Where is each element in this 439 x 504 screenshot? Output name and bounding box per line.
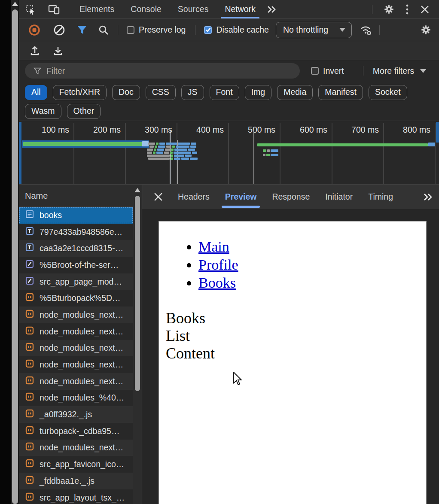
filter-placeholder: Filter — [46, 66, 65, 76]
request-row-node-modules-next[interactable]: node_modules_next… — [19, 307, 133, 323]
chip-doc[interactable]: Doc — [112, 85, 140, 100]
waterfall-bar — [176, 146, 189, 148]
request-row-node-modules-next[interactable]: node_modules_next… — [19, 340, 133, 357]
tab-sources[interactable]: Sources — [170, 0, 217, 18]
timeline-tick-label: 800 ms — [379, 125, 430, 135]
preview-body-line: Books — [166, 310, 426, 327]
clear-network-log-icon[interactable] — [53, 24, 65, 36]
request-row-node-modules-next[interactable]: node_modules_next… — [19, 356, 133, 373]
request-row-node-modules-next[interactable]: node_modules_next… — [19, 373, 133, 390]
scrollbar-thumb[interactable] — [12, 9, 18, 504]
request-name: %5Bturbopack%5D… — [40, 293, 121, 303]
chip-font[interactable]: Font — [210, 85, 239, 100]
request-row-a0ff3932-js[interactable]: _a0ff3932._.js — [19, 406, 133, 423]
request-row-caa3a2e1cccd8315[interactable]: caa3a2e1cccd8315-… — [19, 240, 133, 257]
request-row-797e433ab948586e[interactable]: 797e433ab948586e… — [19, 224, 133, 240]
preview-pane: MainProfileBooks BooksListContent — [142, 209, 439, 504]
request-row-turbopack-cdba95[interactable]: turbopack-_cdba95… — [19, 423, 133, 440]
detail-tab-response[interactable]: Response — [272, 185, 310, 209]
chip-wasm[interactable]: Wasm — [25, 104, 61, 119]
record-network-log-button[interactable] — [28, 24, 40, 36]
inspect-element-icon[interactable] — [25, 4, 36, 15]
close-icon[interactable] — [420, 5, 430, 14]
search-icon[interactable] — [98, 24, 109, 36]
scrollbar-up-arrow-icon[interactable] — [12, 2, 18, 6]
detail-tab-timing[interactable]: Timing — [368, 185, 393, 209]
stylesheet-icon — [25, 260, 34, 270]
preview-link-main[interactable]: Main — [198, 239, 229, 255]
request-row-src-app-layout-tsx[interactable]: src_app_layout_tsx_… — [19, 489, 133, 504]
waterfall-bar — [191, 143, 196, 145]
tab-console[interactable]: Console — [122, 0, 170, 18]
disable-cache-checkbox[interactable] — [204, 26, 212, 34]
chip-css[interactable]: CSS — [146, 85, 176, 100]
script-icon — [25, 476, 34, 486]
detail-tab-preview[interactable]: Preview — [225, 185, 257, 209]
request-row-node-modules-next[interactable]: node_modules_next… — [19, 440, 133, 456]
export-har-icon[interactable] — [52, 45, 64, 56]
throttling-dropdown[interactable]: No throttling — [276, 22, 352, 38]
chip-socket[interactable]: Socket — [369, 85, 407, 100]
request-type-filters: AllFetch/XHRDocCSSJSFontImgMediaManifest… — [19, 82, 439, 121]
settings-gear-icon[interactable] — [384, 4, 394, 15]
detail-tab-initiator[interactable]: Initiator — [325, 185, 353, 209]
script-icon — [25, 442, 34, 453]
request-name: src_app_favicon_ico… — [40, 459, 124, 469]
network-settings-gear-icon[interactable] — [421, 24, 431, 35]
script-icon — [25, 343, 34, 353]
chip-media[interactable]: Media — [277, 85, 313, 100]
request-name: node_modules_next… — [40, 376, 123, 386]
chip-other[interactable]: Other — [67, 104, 101, 119]
request-row-node-modules-next[interactable]: node_modules_next… — [19, 323, 133, 340]
tab-elements[interactable]: Elements — [71, 0, 122, 18]
request-row-node-modules-40[interactable]: node_modules_%40… — [19, 390, 133, 407]
chip-fetch-xhr[interactable]: Fetch/XHR — [53, 85, 107, 100]
waterfall-bar — [190, 158, 198, 160]
request-name: 797e433ab948586e… — [40, 227, 122, 237]
import-har-icon[interactable] — [29, 45, 40, 56]
request-row-books[interactable]: books — [19, 207, 133, 224]
waterfall-bar — [158, 146, 165, 148]
scrollbar-thumb[interactable] — [135, 196, 140, 391]
divider — [379, 25, 380, 35]
waterfall-bar — [257, 143, 428, 146]
preview-link-books[interactable]: Books — [198, 275, 236, 291]
more-filters-button[interactable]: More filters — [373, 66, 414, 76]
chip-manifest[interactable]: Manifest — [318, 85, 363, 100]
waterfall-bar — [156, 152, 163, 154]
requests-scrollbar[interactable] — [133, 185, 142, 504]
network-conditions-icon[interactable] — [360, 24, 372, 36]
scrollbar-up-arrow-icon[interactable] — [134, 188, 140, 192]
filter-funnel-icon[interactable] — [76, 25, 88, 35]
preserve-log-checkbox[interactable] — [127, 26, 134, 34]
page-scrollbar[interactable] — [11, 0, 19, 504]
name-column-header[interactable]: Name — [19, 185, 142, 207]
request-name: node_modules_next… — [40, 443, 123, 452]
stylesheet-icon — [25, 276, 34, 287]
tab-network[interactable]: Network — [216, 0, 264, 18]
preview-link-profile[interactable]: Profile — [198, 257, 238, 273]
device-toolbar-icon[interactable] — [48, 4, 60, 15]
network-overview-timeline[interactable]: 100 ms200 ms300 ms400 ms500 ms600 ms700 … — [19, 121, 439, 185]
chip-all[interactable]: All — [25, 85, 47, 100]
divider — [363, 66, 363, 76]
request-row-src-app-favicon-ico[interactable]: src_app_favicon_ico… — [19, 456, 133, 473]
filter-funnel-icon — [34, 67, 41, 75]
preserve-log-label: Preserve log — [139, 25, 186, 35]
close-detail-icon[interactable] — [153, 192, 163, 202]
chevron-down-icon — [420, 69, 426, 73]
invert-checkbox[interactable] — [311, 67, 319, 75]
kebab-menu-icon[interactable] — [405, 4, 409, 15]
waterfall-bar — [164, 152, 169, 154]
request-row-fddbaa1e-js[interactable]: _fddbaa1e._.js — [19, 473, 133, 489]
font-icon — [25, 243, 34, 254]
more-tabs-chevron-icon[interactable] — [266, 5, 277, 14]
more-tabs-chevron-icon[interactable] — [423, 193, 434, 201]
request-row-src-app-page-mod[interactable]: src_app_page_mod… — [19, 273, 133, 290]
chip-js[interactable]: JS — [181, 85, 204, 100]
filter-input[interactable]: Filter — [25, 63, 300, 79]
request-row-5broot-of-the-ser[interactable]: %5Broot-of-the-ser… — [19, 257, 133, 273]
detail-tab-headers[interactable]: Headers — [178, 185, 210, 209]
chip-img[interactable]: Img — [245, 85, 272, 100]
request-row-5bturbopack-5d[interactable]: %5Bturbopack%5D… — [19, 290, 133, 307]
